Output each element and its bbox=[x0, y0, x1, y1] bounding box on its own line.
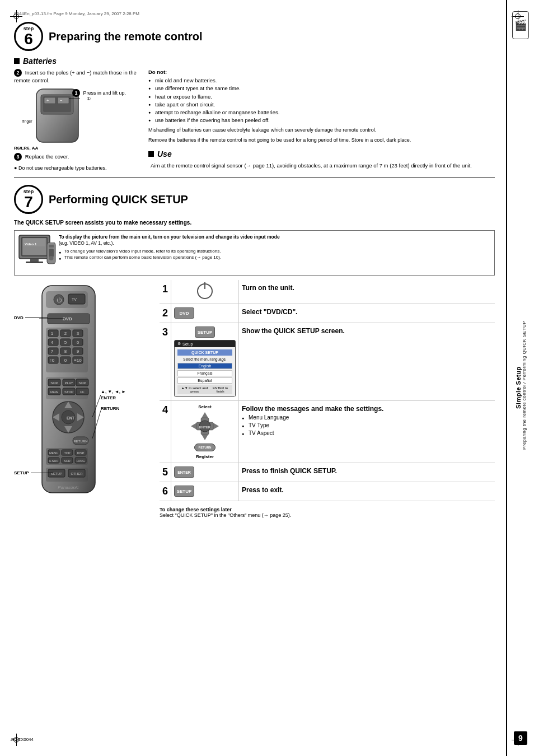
battery-step2: 2 Insert so the poles (+ and −) match th… bbox=[14, 69, 137, 84]
enter-button-icon: ENTER bbox=[174, 466, 194, 478]
qs-subtitle: Select the menu language. bbox=[177, 357, 232, 361]
step7-title: Performing QUICK SETUP bbox=[49, 193, 188, 206]
qs-title: QUICK SETUP bbox=[177, 349, 232, 356]
svg-text:7: 7 bbox=[51, 349, 54, 354]
svg-text:9: 9 bbox=[77, 349, 79, 354]
svg-text:LANG: LANG bbox=[77, 459, 85, 463]
svg-text:RETURN: RETURN bbox=[74, 440, 88, 443]
enter-label: ▲, ▼, ◄, ► ENTER bbox=[101, 389, 126, 400]
svg-rect-4 bbox=[58, 97, 69, 104]
tv-instructions: To display the picture from the main uni… bbox=[59, 234, 280, 260]
qs-body: QUICK SETUP Select the menu language. En… bbox=[175, 347, 235, 396]
step6-circle: step 6 bbox=[14, 22, 43, 51]
step7-number: 7 bbox=[24, 194, 33, 210]
do-not-item-1: mix old and new batteries. bbox=[148, 77, 495, 84]
setup-button-icon-3: SETUP bbox=[195, 326, 215, 338]
step-row-4: 4 Select bbox=[160, 401, 495, 463]
file-info: 0044En_p03-13.fm Page 9 Monday, January … bbox=[14, 11, 495, 16]
step-desc-6: Press to exit. bbox=[239, 482, 495, 501]
svg-rect-15 bbox=[30, 259, 39, 262]
svg-text:⏻: ⏻ bbox=[57, 297, 62, 303]
step-num-6: 6 bbox=[160, 482, 171, 501]
batteries-heading: Batteries bbox=[14, 57, 495, 66]
step-desc-2: Select "DVD/CD". bbox=[239, 304, 495, 323]
svg-rect-25 bbox=[68, 294, 85, 304]
step-num-4: 4 bbox=[160, 401, 171, 463]
return-label: RETURN bbox=[101, 406, 119, 411]
step-num-2: 2 bbox=[160, 304, 171, 323]
svg-rect-18 bbox=[49, 245, 54, 248]
qs-option-english: English bbox=[177, 363, 232, 369]
svg-text:↑0: ↑0 bbox=[50, 358, 55, 363]
step4-bullet-3: TV Aspect bbox=[242, 430, 492, 437]
step-icon-1 bbox=[171, 280, 239, 304]
dvd-label: DVD bbox=[14, 315, 48, 320]
svg-text:A.SUR: A.SUR bbox=[49, 459, 59, 463]
no-recharge-note: ● Do not use rechargeable type batteries… bbox=[14, 165, 137, 171]
dvd-line bbox=[25, 318, 48, 318]
sidebar-icon: 🎬 bbox=[512, 11, 529, 39]
svg-text:DVD: DVD bbox=[63, 316, 72, 321]
step6-title: Preparing the remote control bbox=[49, 30, 203, 43]
step-row-2: 2 DVD Select "DVD/CD". bbox=[160, 304, 495, 323]
svg-text:6: 6 bbox=[77, 340, 79, 345]
svg-text:MENU: MENU bbox=[49, 451, 58, 455]
do-not-item-5: attempt to recharge alkaline or manganes… bbox=[148, 109, 495, 116]
svg-text:PLAY: PLAY bbox=[65, 381, 73, 385]
svg-text:DISP: DISP bbox=[77, 451, 85, 455]
steps-table: 1 Turn on the unit. 2 bbox=[160, 280, 495, 501]
tv-remote-small bbox=[46, 242, 57, 265]
step-icon-3: SETUP ⚙ Setup bbox=[171, 323, 239, 401]
step-icon-4: Select bbox=[171, 401, 239, 463]
select-label: Select bbox=[198, 404, 212, 409]
svg-text:REW: REW bbox=[50, 390, 58, 394]
use-black-square bbox=[148, 151, 154, 157]
svg-text:3: 3 bbox=[77, 331, 79, 336]
do-not-item-3: heat or expose to flame. bbox=[148, 93, 495, 100]
svg-text:①: ① bbox=[87, 96, 91, 101]
remote-large-svg: ⏻ TV DVD 1 2 3 4 5 bbox=[39, 283, 101, 498]
step6-number: 6 bbox=[24, 31, 33, 47]
svg-text:0: 0 bbox=[64, 358, 67, 363]
step-icon-2: DVD bbox=[171, 304, 239, 323]
svg-text:Panasonic: Panasonic bbox=[58, 485, 78, 490]
svg-rect-19 bbox=[49, 249, 54, 257]
dvd-button-icon: DVD bbox=[174, 307, 194, 319]
do-not-item-4: take apart or short circuit. bbox=[148, 101, 495, 108]
svg-text:ENT: ENT bbox=[67, 416, 75, 420]
svg-point-20 bbox=[49, 256, 54, 260]
svg-text:+: + bbox=[46, 98, 49, 103]
footer-note: To change these settings later Select "Q… bbox=[160, 507, 495, 518]
svg-text:8: 8 bbox=[64, 349, 67, 354]
black-square-icon bbox=[14, 58, 20, 64]
svg-text:2: 2 bbox=[64, 331, 67, 336]
do-not-title: Do not: bbox=[148, 69, 495, 75]
use-text: Aim at the remote control signal sensor … bbox=[151, 162, 495, 169]
do-not-item-6: use batteries if the covering has been p… bbox=[148, 116, 495, 124]
setup-button-icon-6: SETUP bbox=[174, 486, 194, 497]
step-icon-5: ENTER bbox=[171, 463, 239, 482]
nav-cross: ENTER bbox=[190, 411, 221, 442]
step-desc-1: Turn on the unit. bbox=[239, 280, 495, 304]
svg-text:FF: FF bbox=[80, 390, 85, 394]
battery-step3: 3 Replace the cover. bbox=[14, 153, 137, 161]
qs-option-spanish: Español bbox=[177, 377, 232, 384]
tv-display-sub: (e.g. VIDEO 1, AV 1, etc.). bbox=[59, 240, 280, 246]
step3-icons: SETUP ⚙ Setup bbox=[174, 326, 236, 397]
step-num-1: 1 bbox=[160, 280, 171, 304]
setup-steps-table: 1 Turn on the unit. 2 bbox=[160, 280, 495, 518]
svg-text:4: 4 bbox=[51, 340, 54, 345]
qs-screen-mockup: ⚙ Setup QUICK SETUP Select the menu lang… bbox=[174, 340, 236, 397]
batteries-section: 2 Insert so the poles (+ and −) match th… bbox=[14, 69, 495, 171]
step7-circle: step 7 bbox=[14, 185, 43, 214]
step-desc-3: Show the QUICK SETUP screen. bbox=[239, 323, 495, 401]
step-row-6: 6 SETUP Press to exit. bbox=[160, 482, 495, 501]
remote-large-panel: ⏻ TV DVD 1 2 3 4 5 bbox=[14, 280, 151, 518]
main-content: 0044En_p03-13.fm Page 9 Monday, January … bbox=[0, 0, 506, 756]
step4-bullet-2: TV Type bbox=[242, 422, 492, 430]
tv-display-bold: To display the picture from the main uni… bbox=[59, 234, 280, 240]
step7-subtitle: The QUICK SETUP screen assists you to ma… bbox=[14, 220, 495, 226]
step4-bullet-1: Menu Language bbox=[242, 414, 492, 422]
battery-left-panel: 2 Insert so the poles (+ and −) match th… bbox=[14, 69, 137, 171]
section-divider bbox=[14, 178, 495, 178]
